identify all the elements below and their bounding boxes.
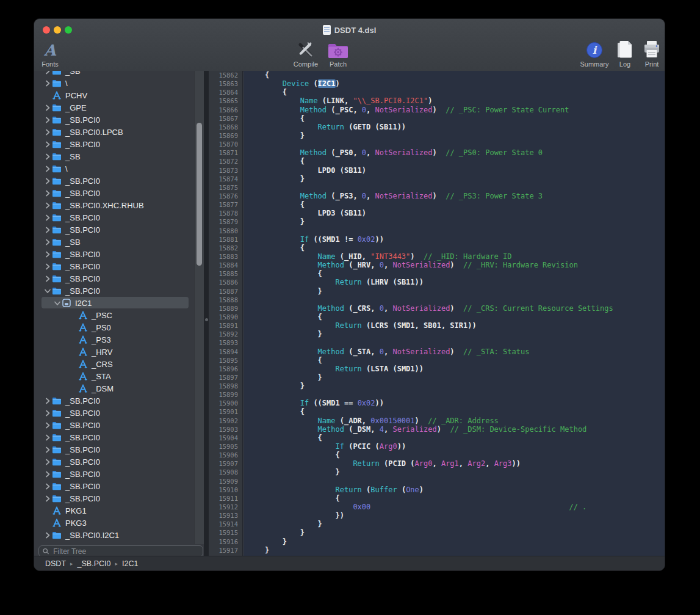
chevron-right-icon[interactable] bbox=[45, 446, 51, 453]
code-line-15891: Return (LCRS (SMD1, SB01, SIR1)) bbox=[247, 321, 665, 330]
toolbar-patch-button[interactable]: Patch bbox=[319, 40, 358, 68]
chevron-right-icon[interactable] bbox=[45, 422, 51, 428]
chevron-right-icon[interactable] bbox=[45, 117, 51, 123]
chevron-right-icon[interactable] bbox=[45, 410, 51, 416]
tree-item-sbpci0[interactable]: _SB.PCI0 bbox=[34, 272, 195, 285]
code-line-15907: Return (PCID (Arg0, Arg1, Arg2, Arg3)) bbox=[247, 459, 665, 468]
tree-item-crs[interactable]: _CRS bbox=[34, 358, 195, 370]
tree-item-sbpci0[interactable]: _SB.PCI0 bbox=[34, 224, 195, 236]
folder-icon bbox=[52, 103, 62, 112]
tree-item-sbpci0[interactable]: _SB.PCI0 bbox=[34, 211, 195, 224]
line-number: 15914 bbox=[209, 520, 242, 528]
tree-item-sbpci0[interactable]: _SB.PCI0 bbox=[34, 138, 195, 150]
tree-item-i2c1[interactable]: I2C1 bbox=[34, 297, 195, 309]
tree-item-hrv[interactable]: _HRV bbox=[34, 346, 195, 358]
toolbar-fonts-button[interactable]: A Fonts bbox=[34, 40, 70, 68]
chevron-down-icon[interactable] bbox=[45, 288, 51, 294]
code-line-15879: } bbox=[247, 217, 665, 226]
chevron-right-icon[interactable] bbox=[45, 71, 51, 74]
tree-item-sb[interactable]: _SB bbox=[34, 236, 195, 248]
tree-item-sbpci0[interactable]: _SB.PCI0 bbox=[34, 260, 195, 272]
chevron-right-icon[interactable] bbox=[45, 153, 51, 159]
tree-item-pkg1[interactable]: PKG1 bbox=[34, 504, 195, 517]
tree-item-sbpci0[interactable]: _SB.PCI0 bbox=[34, 419, 195, 431]
tree-item-sbpci0[interactable]: _SB.PCI0 bbox=[34, 492, 195, 504]
tree-item-psc[interactable]: _PSC bbox=[34, 309, 195, 321]
summary-icon: i bbox=[586, 40, 603, 59]
chevron-right-icon[interactable] bbox=[45, 166, 51, 172]
tree-item-sbpci0[interactable]: _SB.PCI0 bbox=[34, 407, 195, 419]
tree-item-sbpci0lpcb[interactable]: _SB.PCI0.LPCB bbox=[34, 126, 195, 138]
method-icon bbox=[78, 372, 88, 380]
line-number: 15909 bbox=[209, 477, 242, 486]
tree-item-sbpci0[interactable]: _SB.PCI0 bbox=[34, 285, 195, 297]
chevron-right-icon[interactable] bbox=[45, 434, 51, 440]
code-line-15888 bbox=[247, 296, 665, 304]
chevron-right-icon[interactable] bbox=[45, 104, 51, 111]
tree-item-sbpci0xhcrhub[interactable]: _SB.PCI0.XHC.RHUB bbox=[34, 199, 195, 211]
chevron-right-icon[interactable] bbox=[45, 141, 51, 147]
chevron-right-icon[interactable] bbox=[45, 80, 51, 86]
tree-item-dsm[interactable]: _DSM bbox=[34, 382, 195, 395]
tree-item-sbpci0[interactable]: _SB.PCI0 bbox=[34, 187, 195, 199]
selected-symbol-highlight: I2C1 bbox=[318, 79, 336, 88]
toolbar-print-button[interactable]: Print bbox=[632, 40, 665, 68]
sidebar-scrollbar[interactable] bbox=[194, 71, 204, 544]
chevron-right-icon[interactable] bbox=[45, 239, 51, 245]
chevron-right-icon[interactable] bbox=[45, 202, 51, 208]
tree-item-sb[interactable]: _SB bbox=[34, 150, 195, 162]
chevron-down-icon[interactable] bbox=[54, 300, 60, 306]
chevron-right-icon[interactable] bbox=[45, 495, 51, 501]
tree-item-sbpci0[interactable]: _SB.PCI0 bbox=[34, 431, 195, 443]
tree-item-ps0[interactable]: _PS0 bbox=[34, 321, 195, 333]
chevron-right-icon[interactable] bbox=[45, 129, 51, 135]
tree-item-[interactable]: \ bbox=[34, 77, 195, 89]
breadcrumb-segment-i2c1[interactable]: I2C1 bbox=[122, 559, 138, 568]
tree-item-ps3[interactable]: _PS3 bbox=[34, 333, 195, 346]
chevron-right-icon[interactable] bbox=[45, 251, 51, 257]
chevron-right-icon[interactable] bbox=[45, 471, 51, 477]
chevron-right-icon[interactable] bbox=[45, 275, 51, 282]
pane-divider[interactable] bbox=[204, 71, 209, 556]
tree-item-sbpci0[interactable]: _SB.PCI0 bbox=[34, 443, 195, 456]
breadcrumb-segment-dsdt[interactable]: DSDT bbox=[45, 559, 66, 568]
tree-item-label: _SB.PCI0.LPCB bbox=[65, 128, 123, 137]
folder-icon bbox=[52, 274, 62, 283]
tree-item-sbpci0[interactable]: _SB.PCI0 bbox=[34, 456, 195, 468]
chevron-right-icon[interactable] bbox=[45, 532, 51, 538]
tree-item-sbpci0[interactable]: _SB.PCI0 bbox=[34, 468, 195, 480]
chevron-right-icon[interactable] bbox=[45, 459, 51, 465]
tree-item-sbpci0[interactable]: _SB.PCI0 bbox=[34, 395, 195, 407]
line-number: 15912 bbox=[209, 503, 242, 511]
code-line-15901: { bbox=[247, 407, 665, 416]
tree-item-gpe[interactable]: _GPE bbox=[34, 101, 195, 114]
tree-item-label: _SB.PCI0.XHC.RHUB bbox=[65, 201, 144, 210]
tree-item-sbpci0[interactable]: _SB.PCI0 bbox=[34, 248, 195, 260]
code-line-15898: } bbox=[247, 382, 665, 390]
tree-item-pchv[interactable]: PCHV bbox=[34, 89, 195, 101]
sidebar-scrollbar-thumb[interactable] bbox=[197, 123, 202, 266]
tree-item-sbpci0[interactable]: _SB.PCI0 bbox=[34, 480, 195, 492]
chevron-right-icon[interactable] bbox=[45, 398, 51, 404]
breadcrumb-segment-sbpci0[interactable]: _SB.PCI0 bbox=[78, 559, 111, 568]
code-line-15862: { bbox=[247, 71, 665, 79]
filter-tree-input[interactable] bbox=[52, 547, 199, 556]
chevron-right-icon[interactable] bbox=[45, 227, 51, 233]
chevron-right-icon[interactable] bbox=[45, 214, 51, 220]
tree-item-label: _PS0 bbox=[92, 323, 111, 332]
chevron-right-icon[interactable] bbox=[45, 178, 51, 184]
tree-item-sbpci0[interactable]: _SB.PCI0 bbox=[34, 114, 195, 126]
chevron-right-icon[interactable] bbox=[45, 190, 51, 196]
pane-divider-handle[interactable] bbox=[205, 318, 208, 321]
tree-item-sb[interactable]: _SB bbox=[34, 71, 195, 77]
chevron-right-icon[interactable] bbox=[45, 483, 51, 489]
tree-item-[interactable]: \ bbox=[34, 162, 195, 175]
line-number: 15863 bbox=[209, 79, 242, 88]
tree-item-sbpci0i2c1[interactable]: _SB.PCI0.I2C1 bbox=[34, 529, 195, 541]
code-line-15882: { bbox=[247, 244, 665, 252]
chevron-right-icon[interactable] bbox=[45, 263, 51, 269]
tree-item-sbpci0[interactable]: _SB.PCI0 bbox=[34, 175, 195, 187]
tree-item-pkg3[interactable]: PKG3 bbox=[34, 517, 195, 529]
code-editor[interactable]: { Device (I2C1) { Name (LINK, "\\_SB.PCI… bbox=[244, 71, 665, 556]
tree-item-sta[interactable]: _STA bbox=[34, 370, 195, 382]
